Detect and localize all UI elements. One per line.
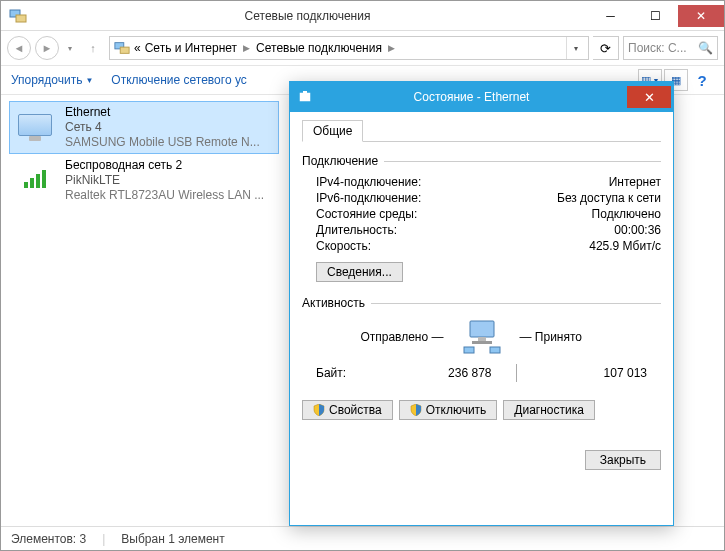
ipv4-value: Интернет	[609, 175, 661, 189]
bytes-received-value: 107 013	[518, 366, 648, 380]
connection-network: Сеть 4	[65, 120, 260, 135]
search-placeholder: Поиск: С...	[628, 41, 687, 55]
svg-rect-9	[464, 347, 474, 353]
item-count: Элементов: 3	[11, 532, 86, 546]
svg-rect-8	[472, 341, 492, 344]
tab-strip: Общие	[302, 120, 661, 142]
shield-icon	[313, 404, 325, 416]
divider	[516, 364, 517, 382]
ethernet-icon	[13, 105, 57, 145]
ipv6-label: IPv6-подключение:	[316, 191, 421, 205]
svg-rect-6	[470, 321, 494, 337]
bytes-label: Байт:	[316, 366, 386, 380]
breadcrumb-item[interactable]: Сетевые подключения	[256, 41, 382, 55]
disable-device-button[interactable]: Отключение сетевого ус	[111, 73, 246, 87]
ipv6-value: Без доступа к сети	[557, 191, 661, 205]
history-dropdown[interactable]: ▾	[63, 37, 77, 59]
activity-icon	[452, 316, 512, 358]
connection-device: SAMSUNG Mobile USB Remote N...	[65, 135, 260, 150]
search-input[interactable]: Поиск: С... 🔍	[623, 36, 718, 60]
status-dialog: Состояние - Ethernet ✕ Общие Подключение…	[289, 81, 674, 526]
speed-label: Скорость:	[316, 239, 371, 253]
ipv4-label: IPv4-подключение:	[316, 175, 421, 189]
up-button[interactable]: ↑	[81, 36, 105, 60]
breadcrumb-separator-icon[interactable]: ▶	[388, 43, 395, 53]
connection-name: Ethernet	[65, 105, 260, 120]
close-button[interactable]: ✕	[678, 5, 724, 27]
breadcrumb-separator-icon[interactable]: ▶	[243, 43, 250, 53]
connection-item-wireless[interactable]: Беспроводная сеть 2 PikNikLTE Realtek RT…	[9, 154, 279, 207]
maximize-button[interactable]: ☐	[633, 5, 678, 27]
svg-rect-4	[300, 93, 310, 101]
duration-value: 00:00:36	[614, 223, 661, 237]
speed-value: 425.9 Мбит/с	[589, 239, 661, 253]
help-button[interactable]: ?	[690, 69, 714, 91]
dialog-close-btn[interactable]: Закрыть	[585, 450, 661, 470]
selection-count: Выбран 1 элемент	[121, 532, 224, 546]
shield-icon	[410, 404, 422, 416]
tab-general[interactable]: Общие	[302, 120, 363, 142]
properties-button[interactable]: Свойства	[302, 400, 393, 420]
back-button[interactable]: ◄	[7, 36, 31, 60]
media-state-value: Подключено	[592, 207, 661, 221]
connection-network: PikNikLTE	[65, 173, 264, 188]
diagnose-button[interactable]: Диагностика	[503, 400, 595, 420]
refresh-button[interactable]: ⟳	[593, 36, 619, 60]
bytes-sent-value: 236 878	[386, 366, 516, 380]
address-bar[interactable]: « Сеть и Интернет ▶ Сетевые подключения …	[109, 36, 589, 60]
svg-rect-1	[16, 15, 26, 22]
connection-name: Беспроводная сеть 2	[65, 158, 264, 173]
duration-label: Длительность:	[316, 223, 397, 237]
sent-label: Отправлено	[360, 330, 428, 344]
svg-rect-5	[303, 91, 307, 94]
window-titlebar: Сетевые подключения ─ ☐ ✕	[1, 1, 724, 31]
breadcrumb-prefix: «	[134, 41, 141, 55]
connection-device: Realtek RTL8723AU Wireless LAN ...	[65, 188, 264, 203]
forward-button[interactable]: ►	[35, 36, 59, 60]
connection-item-ethernet[interactable]: Ethernet Сеть 4 SAMSUNG Mobile USB Remot…	[9, 101, 279, 154]
received-label: Принято	[535, 330, 582, 344]
navigation-bar: ◄ ► ▾ ↑ « Сеть и Интернет ▶ Сетевые подк…	[1, 31, 724, 65]
section-activity-label: Активность	[302, 296, 365, 310]
window-title: Сетевые подключения	[27, 9, 588, 23]
disable-button[interactable]: Отключить	[399, 400, 498, 420]
network-connections-icon	[9, 7, 27, 25]
search-icon: 🔍	[698, 41, 713, 55]
address-dropdown-icon[interactable]: ▾	[566, 37, 584, 59]
location-icon	[114, 40, 130, 56]
organize-menu[interactable]: Упорядочить▼	[11, 73, 93, 87]
svg-rect-7	[478, 337, 486, 341]
svg-rect-3	[120, 47, 129, 53]
details-button[interactable]: Сведения...	[316, 262, 403, 282]
dialog-title: Состояние - Ethernet	[316, 90, 627, 104]
ethernet-plug-icon	[298, 89, 316, 105]
minimize-button[interactable]: ─	[588, 5, 633, 27]
wifi-icon	[13, 158, 57, 198]
svg-rect-10	[490, 347, 500, 353]
breadcrumb-item[interactable]: Сеть и Интернет	[145, 41, 237, 55]
status-bar: Элементов: 3 | Выбран 1 элемент	[1, 526, 724, 550]
section-connection-label: Подключение	[302, 154, 378, 168]
dialog-titlebar[interactable]: Состояние - Ethernet ✕	[290, 82, 673, 112]
dialog-close-button[interactable]: ✕	[627, 86, 671, 108]
media-state-label: Состояние среды:	[316, 207, 417, 221]
